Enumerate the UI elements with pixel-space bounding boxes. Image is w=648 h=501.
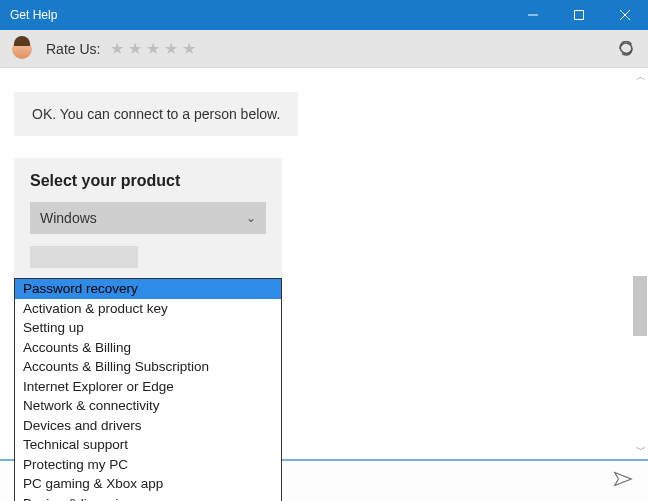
star-icon[interactable]: ★ (128, 39, 142, 58)
window-title: Get Help (10, 8, 57, 22)
category-dropdown[interactable]: Password recoveryActivation & product ke… (14, 278, 282, 501)
dropdown-option[interactable]: Password recovery (15, 279, 281, 299)
rating-stars[interactable]: ★ ★ ★ ★ ★ (110, 39, 196, 58)
dropdown-option[interactable]: Network & connectivity (15, 396, 281, 416)
dropdown-option[interactable]: Protecting my PC (15, 455, 281, 475)
titlebar: Get Help (0, 0, 648, 30)
product-select-value: Windows (40, 210, 97, 226)
scroll-thumb[interactable] (633, 276, 647, 336)
close-button[interactable] (602, 0, 648, 30)
avatar (12, 39, 32, 59)
star-icon[interactable]: ★ (146, 39, 160, 58)
assistant-message-text: OK. You can connect to a person below. (32, 106, 280, 122)
dropdown-option[interactable]: Internet Explorer or Edge (15, 377, 281, 397)
minimize-button[interactable] (510, 0, 556, 30)
dropdown-option[interactable]: Devices and drivers (15, 416, 281, 436)
send-button[interactable] (612, 468, 634, 494)
rate-label: Rate Us: (46, 41, 100, 57)
dropdown-option[interactable]: Setting up (15, 318, 281, 338)
refresh-button[interactable] (616, 39, 636, 59)
star-icon[interactable]: ★ (182, 39, 196, 58)
vertical-scrollbar[interactable]: ︿ ﹀ (632, 68, 648, 459)
rate-bar: Rate Us: ★ ★ ★ ★ ★ (0, 30, 648, 68)
dropdown-option[interactable]: Accounts & Billing Subscription (15, 357, 281, 377)
dropdown-option[interactable]: Buying & licensing (15, 494, 281, 502)
dropdown-option[interactable]: Activation & product key (15, 299, 281, 319)
scroll-up-icon[interactable]: ︿ (636, 70, 646, 84)
scroll-down-icon[interactable]: ﹀ (636, 443, 646, 457)
product-card: Select your product Windows ⌄ (14, 158, 282, 284)
chevron-down-icon: ⌄ (246, 211, 256, 225)
star-icon[interactable]: ★ (164, 39, 178, 58)
card-heading: Select your product (30, 172, 266, 190)
secondary-select-placeholder[interactable] (30, 246, 138, 268)
assistant-message: OK. You can connect to a person below. (14, 92, 298, 136)
dropdown-option[interactable]: Accounts & Billing (15, 338, 281, 358)
maximize-button[interactable] (556, 0, 602, 30)
product-select[interactable]: Windows ⌄ (30, 202, 266, 234)
star-icon[interactable]: ★ (110, 39, 124, 58)
dropdown-option[interactable]: PC gaming & Xbox app (15, 474, 281, 494)
svg-rect-1 (575, 11, 584, 20)
content-area: ︿ ﹀ OK. You can connect to a person belo… (0, 68, 648, 459)
dropdown-option[interactable]: Technical support (15, 435, 281, 455)
